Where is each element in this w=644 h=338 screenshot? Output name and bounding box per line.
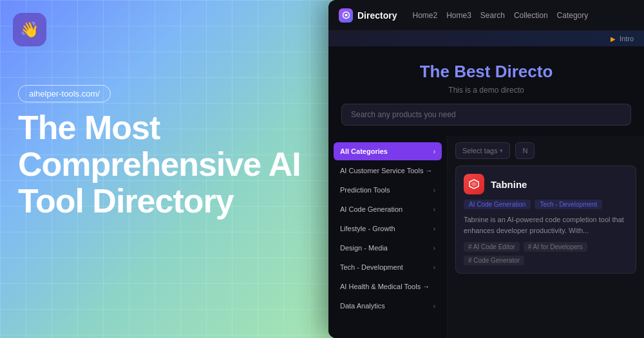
- category-code-gen[interactable]: AI Code Generation ›: [334, 200, 442, 218]
- nav-logo-icon: [339, 8, 353, 23]
- app-nav: Directory Home2 Home3 Search Collection …: [328, 0, 644, 31]
- categories-sidebar: All Categories › AI Customer Service Too…: [328, 136, 448, 338]
- nav-links: Home2 Home3 Search Collection Category: [412, 11, 588, 20]
- app-hero-title: The Best Directo: [341, 62, 631, 82]
- tool-name: Tabnine: [491, 179, 527, 190]
- svg-marker-3: [471, 182, 477, 187]
- tools-panel: Select tags ▾ N Tabnine AI: [448, 136, 644, 338]
- nav-home3[interactable]: Home3: [446, 11, 471, 20]
- svg-point-1: [345, 14, 347, 17]
- app-content: All Categories › AI Customer Service Too…: [328, 136, 644, 338]
- footer-tag-2: # AI for Developers: [524, 242, 587, 252]
- search-bar[interactable]: Search any products you need: [341, 104, 631, 126]
- category-all[interactable]: All Categories ›: [334, 142, 442, 160]
- play-icon: ▶: [611, 35, 616, 42]
- tool-description: Tabnine is an AI-powered code completion…: [464, 214, 628, 236]
- tool-icon: [464, 174, 484, 194]
- nav-category[interactable]: Category: [557, 11, 589, 20]
- tags-row: Select tags ▾ N: [455, 142, 636, 159]
- tool-card-tabnine: Tabnine AI Code Generation Tech - Develo…: [455, 165, 636, 274]
- nav-collection[interactable]: Collection: [514, 11, 548, 20]
- category-tech[interactable]: Tech - Development ›: [334, 258, 442, 276]
- nav-logo-text: Directory: [357, 10, 397, 21]
- tool-tag-code: AI Code Generation: [464, 200, 531, 209]
- nav-home2[interactable]: Home2: [412, 11, 437, 20]
- footer-tag-1: # AI Code Editor: [464, 242, 520, 252]
- new-badge[interactable]: N: [515, 142, 535, 159]
- category-prediction[interactable]: Prediction Tools ›: [334, 181, 442, 199]
- right-panel: Directory Home2 Home3 Search Collection …: [328, 0, 644, 338]
- tool-tags: AI Code Generation Tech - Development: [464, 200, 628, 209]
- tool-card-header: Tabnine: [464, 174, 628, 194]
- url-badge: aihelper-tools.com/: [18, 85, 111, 102]
- category-health[interactable]: AI Health & Medical Tools →: [334, 277, 442, 296]
- footer-tag-3: # Code Generator: [464, 256, 524, 265]
- tool-tag-tech: Tech - Development: [535, 200, 602, 209]
- tags-select[interactable]: Select tags ▾: [455, 142, 510, 159]
- logo-box: 👋: [13, 13, 46, 46]
- intro-bar: ▶ Intro: [328, 31, 644, 46]
- category-data[interactable]: Data Analytics ›: [334, 297, 442, 315]
- category-customer-service[interactable]: AI Customer Service Tools →: [334, 162, 442, 180]
- app-hero-subtitle: This is a demo directo: [341, 86, 631, 95]
- app-hero: The Best Directo This is a demo directo …: [328, 46, 644, 136]
- tool-footer-tags: # AI Code Editor # AI for Developers # C…: [464, 242, 628, 265]
- nav-search[interactable]: Search: [480, 11, 505, 20]
- category-lifestyle[interactable]: Lifestyle - Growth ›: [334, 220, 442, 238]
- hero-text: The Most Comprehensive AI Tool Directory: [18, 109, 301, 220]
- category-design[interactable]: Design - Media ›: [334, 239, 442, 257]
- left-panel: 👋 aihelper-tools.com/ The Most Comprehen…: [0, 0, 348, 338]
- nav-logo: Directory: [339, 8, 397, 23]
- chevron-down-icon: ▾: [500, 147, 503, 154]
- logo-icon: 👋: [20, 21, 39, 39]
- intro-text: Intro: [620, 35, 634, 42]
